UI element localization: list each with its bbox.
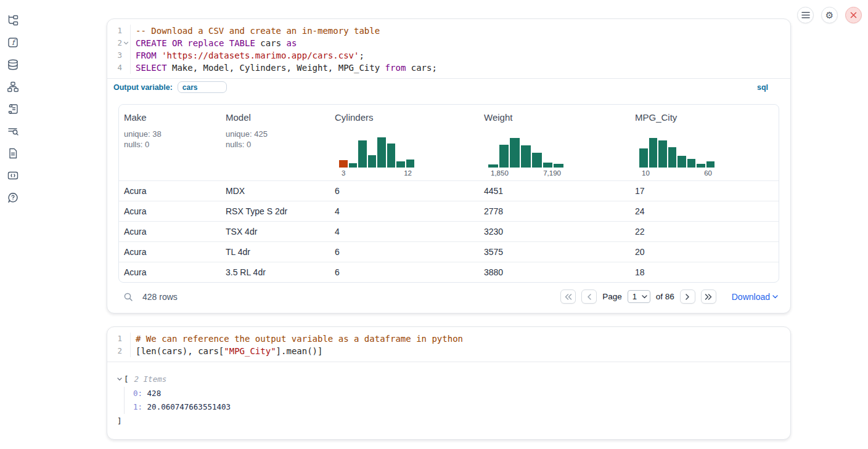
variables-icon[interactable]: f bbox=[6, 36, 19, 49]
table-row[interactable]: AcuraTSX 4dr4323022 bbox=[119, 221, 779, 241]
histogram-min-label: 10 bbox=[642, 169, 650, 177]
table-row[interactable]: AcuraMDX6445117 bbox=[119, 180, 779, 201]
previous-page-button[interactable] bbox=[581, 289, 597, 304]
histogram-bar bbox=[488, 164, 498, 168]
code-line[interactable]: 4SELECT Make, Model, Cylinders, Weight, … bbox=[107, 62, 790, 74]
gear-icon: ⚙ bbox=[825, 10, 833, 20]
column-name: Make bbox=[124, 112, 216, 123]
histogram-min-label: 1,850 bbox=[491, 169, 509, 177]
output-list-item: 0: 428 bbox=[133, 387, 779, 400]
table-cell: 20 bbox=[630, 242, 779, 262]
output-list-item: 1: 20.060747663551403 bbox=[133, 400, 779, 414]
output-variable-label: Output variable: bbox=[113, 83, 173, 92]
close-button[interactable] bbox=[845, 7, 862, 23]
histogram-bar bbox=[499, 145, 509, 168]
help-icon[interactable] bbox=[6, 191, 19, 204]
column-header-weight[interactable]: Weight1,8507,190 bbox=[479, 105, 630, 180]
sidebar: f bbox=[0, 0, 28, 449]
table-row[interactable]: AcuraTL 4dr6357520 bbox=[119, 241, 779, 262]
histogram-bar bbox=[406, 160, 415, 168]
data-sources-icon[interactable] bbox=[6, 58, 19, 71]
svg-text:f: f bbox=[12, 38, 17, 47]
output-items: 0: 4281: 20.060747663551403 bbox=[124, 387, 779, 414]
row-count: 428 rows bbox=[142, 292, 178, 302]
sql-code-editor[interactable]: 1-- Download a CSV and create an in-memo… bbox=[107, 19, 790, 78]
histogram-bar bbox=[349, 163, 358, 168]
sql-cell-footer: Output variable: sql bbox=[107, 78, 790, 95]
table-cell: 24 bbox=[630, 201, 779, 221]
code-line[interactable]: 2CREATE OR replace TABLE cars as bbox=[107, 37, 790, 49]
table-cell: 4 bbox=[330, 222, 479, 241]
table-cell: 3230 bbox=[479, 222, 630, 241]
chevron-right-icon bbox=[685, 294, 690, 300]
close-bracket: ] bbox=[117, 416, 779, 426]
code-line[interactable]: 3FROM 'https://datasets.marimo.app/cars.… bbox=[107, 49, 790, 62]
line-number-gutter: 2 bbox=[107, 37, 131, 49]
table-row[interactable]: AcuraRSX Type S 2dr4277824 bbox=[119, 201, 779, 221]
settings-button[interactable]: ⚙ bbox=[821, 7, 838, 23]
column-header-make[interactable]: Makeunique: 38nulls: 0 bbox=[119, 105, 221, 180]
histogram-bar bbox=[639, 148, 648, 168]
search-icon[interactable] bbox=[123, 292, 133, 302]
histogram-bar bbox=[510, 138, 520, 168]
page-select[interactable]: 1 bbox=[628, 290, 650, 303]
column-header-model[interactable]: Modelunique: 425nulls: 0 bbox=[221, 105, 330, 180]
hamburger-icon bbox=[801, 12, 810, 18]
next-page-button[interactable] bbox=[680, 289, 695, 304]
table-cell: 6 bbox=[330, 262, 479, 282]
tree-collapse-chevron-icon[interactable] bbox=[117, 378, 122, 381]
scratchpad-icon[interactable] bbox=[6, 102, 19, 115]
table-body: AcuraMDX6445117AcuraRSX Type S 2dr427782… bbox=[119, 180, 779, 282]
close-icon bbox=[850, 12, 857, 18]
histogram-bar bbox=[543, 163, 553, 168]
column-name: MPG_City bbox=[635, 112, 774, 123]
line-number-gutter: 3 bbox=[107, 49, 131, 62]
line-number-gutter: 2 bbox=[107, 345, 131, 357]
documentation-icon[interactable] bbox=[6, 147, 19, 160]
code-text: -- Download a CSV and create an in-memor… bbox=[131, 25, 380, 37]
download-button[interactable]: Download bbox=[732, 292, 778, 302]
table-cell: 4451 bbox=[479, 181, 630, 201]
logs-icon[interactable] bbox=[6, 124, 19, 137]
line-number-gutter: 1 bbox=[107, 333, 131, 345]
column-name: Weight bbox=[484, 112, 625, 123]
page-label: Page bbox=[602, 292, 622, 301]
histogram-bar bbox=[658, 140, 667, 168]
column-histogram[interactable]: 1060 bbox=[639, 136, 714, 180]
snippets-icon[interactable] bbox=[6, 169, 19, 182]
python-code-editor[interactable]: 1# We can reference the output variable … bbox=[107, 327, 790, 362]
sql-cell: 1-- Download a CSV and create an in-memo… bbox=[107, 18, 791, 313]
histogram-bar bbox=[377, 137, 386, 168]
table-footer: 428 rows Page 1 of 86 bbox=[118, 283, 779, 305]
histogram-bar bbox=[649, 138, 658, 168]
histogram-bar bbox=[678, 156, 686, 168]
code-line[interactable]: 1# We can reference the output variable … bbox=[107, 333, 790, 345]
fold-chevron-icon[interactable] bbox=[122, 41, 130, 45]
code-line[interactable]: 1-- Download a CSV and create an in-memo… bbox=[107, 25, 790, 37]
file-tree-icon[interactable] bbox=[6, 14, 19, 26]
double-chevron-right-icon bbox=[705, 294, 712, 300]
code-text: FROM 'https://datasets.marimo.app/cars.c… bbox=[131, 49, 364, 62]
column-histogram[interactable]: 312 bbox=[339, 136, 414, 180]
table-cell: 2778 bbox=[479, 201, 630, 221]
table-cell: Acura bbox=[119, 242, 221, 262]
column-histogram[interactable]: 1,8507,190 bbox=[488, 136, 563, 180]
double-chevron-left-icon bbox=[565, 294, 572, 300]
table-cell: Acura bbox=[119, 222, 221, 241]
column-header-mpg_city[interactable]: MPG_City1060 bbox=[630, 105, 779, 180]
last-page-button[interactable] bbox=[701, 289, 716, 304]
output-variable-input[interactable] bbox=[178, 81, 227, 93]
dependency-graph-icon[interactable] bbox=[6, 80, 19, 93]
table-cell: 6 bbox=[330, 242, 479, 262]
table-cell: 6 bbox=[330, 181, 479, 201]
table-row[interactable]: Acura3.5 RL 4dr6388018 bbox=[119, 262, 779, 282]
code-text: [len(cars), cars["MPG_City"].mean()] bbox=[131, 345, 322, 357]
menu-button[interactable] bbox=[797, 7, 814, 23]
line-number-gutter: 1 bbox=[107, 25, 131, 37]
histogram-bar bbox=[387, 144, 396, 168]
column-header-cylinders[interactable]: Cylinders312 bbox=[330, 105, 479, 180]
code-text: # We can reference the output variable a… bbox=[131, 333, 463, 345]
first-page-button[interactable] bbox=[560, 289, 576, 304]
open-bracket: [ bbox=[124, 374, 129, 384]
code-line[interactable]: 2[len(cars), cars["MPG_City"].mean()] bbox=[107, 345, 790, 357]
